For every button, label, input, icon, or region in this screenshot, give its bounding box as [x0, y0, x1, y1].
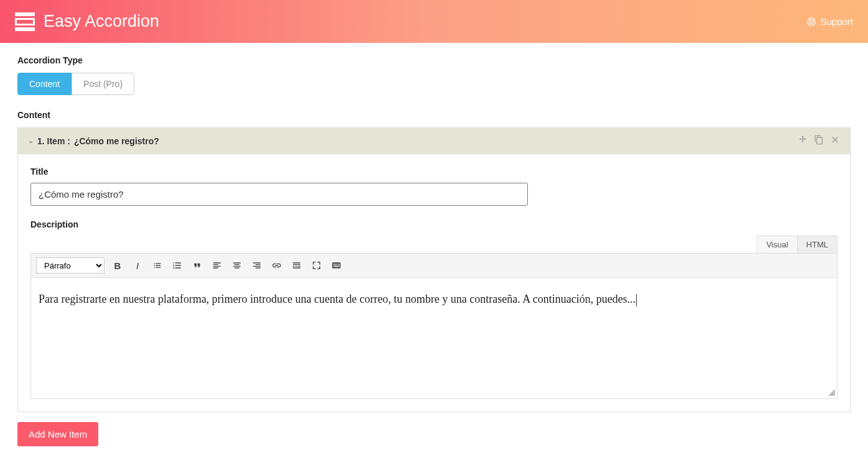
accordion-item: ⌄ 1. Item : ¿Cómo me registro? Title Des… [17, 127, 851, 412]
accordion-item-header[interactable]: ⌄ 1. Item : ¿Cómo me registro? [18, 128, 850, 154]
type-post-pro-button[interactable]: Post (Pro) [72, 73, 134, 95]
title-label: Title [30, 167, 838, 177]
main-content: Accordion Type Content Post (Pro) Conten… [0, 43, 868, 455]
bold-button[interactable]: B [111, 259, 124, 272]
format-select[interactable]: Párrafo [36, 257, 104, 273]
keyboard-button[interactable] [330, 259, 343, 272]
resize-grip-icon[interactable]: ◢ [828, 390, 836, 397]
logo-icon [15, 12, 35, 32]
editor-text: Para registrarte en nuestra plataforma, … [39, 293, 637, 305]
number-list-button[interactable] [170, 259, 184, 272]
fullscreen-button[interactable] [310, 259, 323, 272]
description-label: Description [30, 219, 838, 229]
chevron-down-icon: ⌄ [28, 137, 34, 145]
type-content-button[interactable]: Content [17, 73, 72, 95]
type-button-group: Content Post (Pro) [17, 73, 851, 95]
editor-toolbar: Párrafo B I [30, 253, 838, 278]
close-icon[interactable] [830, 135, 840, 147]
accordion-header-actions [798, 135, 840, 147]
header-left: Easy Accordion [15, 12, 159, 32]
support-icon [806, 17, 816, 27]
editor-content-area[interactable]: Para registrarte en nuestra plataforma, … [30, 278, 838, 399]
italic-button[interactable]: I [131, 259, 144, 272]
content-label: Content [17, 110, 851, 120]
support-label: Support [820, 16, 853, 27]
accordion-header-title-area: ⌄ 1. Item : ¿Cómo me registro? [28, 136, 159, 146]
title-input[interactable] [30, 183, 528, 206]
align-left-button[interactable] [210, 259, 224, 272]
copy-icon[interactable] [814, 135, 824, 147]
accordion-type-label: Accordion Type [17, 55, 851, 65]
support-link[interactable]: Support [806, 16, 853, 27]
move-icon[interactable] [798, 135, 808, 147]
accordion-item-body: Title Description Visual HTML Párrafo B … [18, 154, 850, 411]
link-button[interactable] [270, 259, 284, 272]
app-title: Easy Accordion [44, 12, 159, 31]
item-header-prefix: 1. Item : [37, 136, 70, 146]
tab-visual[interactable]: Visual [757, 236, 796, 253]
quote-button[interactable] [190, 259, 204, 272]
app-header: Easy Accordion Support [0, 0, 868, 43]
align-right-button[interactable] [250, 259, 264, 272]
item-header-title: ¿Cómo me registro? [74, 136, 159, 146]
bullet-list-button[interactable] [150, 259, 164, 272]
tab-html[interactable]: HTML [797, 236, 838, 253]
read-more-button[interactable] [290, 259, 303, 272]
align-center-button[interactable] [230, 259, 244, 272]
add-new-item-button[interactable]: Add New Item [17, 422, 98, 446]
editor-tabs: Visual HTML [30, 236, 838, 253]
